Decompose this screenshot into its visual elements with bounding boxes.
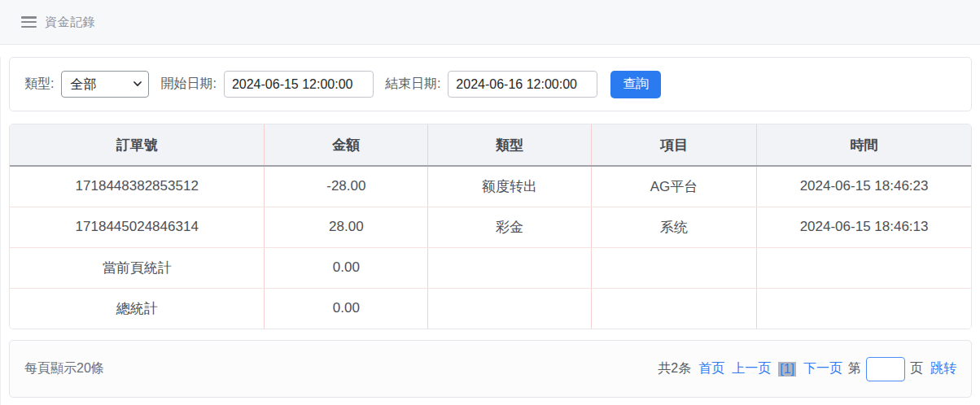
table-row-total-summary: 總統計 0.00 bbox=[10, 288, 971, 329]
next-page-link[interactable]: 下一页 bbox=[803, 360, 842, 377]
cell-summary-amount: 0.00 bbox=[265, 247, 428, 288]
current-page-indicator: [1] bbox=[778, 362, 796, 377]
per-page-text: 每頁顯示20條 bbox=[24, 360, 104, 377]
total-count-text: 共2条 bbox=[658, 360, 691, 377]
cell-summary-amount: 0.00 bbox=[265, 288, 428, 329]
top-bar: 資金記錄 bbox=[0, 0, 980, 45]
cell-empty bbox=[428, 288, 592, 329]
table-header-row: 訂單號 金額 類型 項目 時間 bbox=[10, 124, 971, 166]
page-title: 資金記錄 bbox=[45, 15, 95, 30]
cell-empty bbox=[591, 288, 756, 329]
table-row-page-summary: 當前頁統計 0.00 bbox=[10, 247, 971, 288]
cell-project: 系统 bbox=[591, 207, 756, 247]
jump-suffix-label: 页 bbox=[910, 360, 923, 377]
type-filter-label: 類型: bbox=[24, 76, 54, 93]
type-select-wrap: 全部 bbox=[61, 71, 149, 98]
end-date-input[interactable] bbox=[448, 71, 597, 98]
page-jump-input[interactable] bbox=[866, 357, 905, 381]
jump-link[interactable]: 跳转 bbox=[930, 360, 956, 377]
table-row: 1718448382853512 -28.00 额度转出 AG平台 2024-0… bbox=[10, 166, 971, 207]
cell-time: 2024-06-15 18:46:23 bbox=[757, 166, 971, 207]
column-header-order-no: 訂單號 bbox=[10, 124, 265, 166]
cell-type: 彩金 bbox=[428, 207, 592, 247]
prev-page-link[interactable]: 上一页 bbox=[732, 360, 771, 377]
records-table: 訂單號 金額 類型 項目 時間 1718448382853512 -28.00 … bbox=[10, 124, 971, 329]
pager: 共2条 首页 上一页 [1] 下一页 第 页 跳转 bbox=[658, 357, 956, 381]
cell-summary-label: 總統計 bbox=[10, 288, 265, 329]
type-select[interactable]: 全部 bbox=[61, 71, 149, 98]
cell-empty bbox=[591, 247, 756, 288]
column-header-time: 時間 bbox=[757, 124, 971, 166]
filter-panel: 類型: 全部 開始日期: 結束日期: 查詢 bbox=[9, 57, 972, 111]
start-date-input[interactable] bbox=[224, 71, 374, 98]
column-header-type: 類型 bbox=[428, 124, 592, 166]
cell-empty bbox=[757, 288, 971, 329]
cell-empty bbox=[757, 247, 971, 288]
column-header-amount: 金額 bbox=[265, 124, 428, 166]
cell-amount: 28.00 bbox=[265, 207, 428, 247]
first-page-link[interactable]: 首页 bbox=[698, 360, 724, 377]
table-row: 1718445024846314 28.00 彩金 系统 2024-06-15 … bbox=[10, 207, 971, 247]
main-content: 類型: 全部 開始日期: 結束日期: 查詢 訂單號 金額 類型 bbox=[0, 57, 980, 405]
start-date-label: 開始日期: bbox=[160, 76, 216, 93]
cell-empty bbox=[428, 247, 592, 288]
column-header-project: 項目 bbox=[591, 124, 756, 166]
jump-prefix-label: 第 bbox=[848, 360, 861, 377]
cell-time: 2024-06-15 18:46:13 bbox=[757, 207, 971, 247]
end-date-label: 結束日期: bbox=[385, 76, 440, 93]
pagination-bar: 每頁顯示20條 共2条 首页 上一页 [1] 下一页 第 页 跳转 bbox=[9, 340, 972, 398]
cell-project: AG平台 bbox=[591, 166, 756, 207]
cell-order-no: 1718448382853512 bbox=[10, 166, 265, 207]
cell-summary-label: 當前頁統計 bbox=[10, 247, 265, 288]
hamburger-menu-icon[interactable] bbox=[21, 16, 37, 28]
cell-order-no: 1718445024846314 bbox=[10, 207, 265, 247]
search-button[interactable]: 查詢 bbox=[610, 71, 661, 98]
cell-type: 额度转出 bbox=[428, 166, 592, 207]
records-table-wrap: 訂單號 金額 類型 項目 時間 1718448382853512 -28.00 … bbox=[9, 124, 972, 329]
cell-amount: -28.00 bbox=[265, 166, 428, 207]
